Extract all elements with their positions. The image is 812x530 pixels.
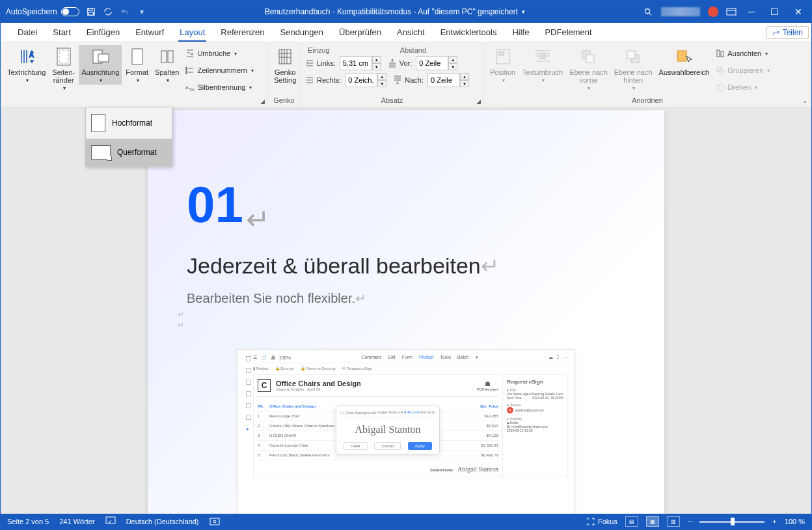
zoom-out-button[interactable]: − [688, 518, 692, 525]
undo-icon[interactable] [120, 7, 130, 17]
status-words[interactable]: 241 Wörter [59, 518, 94, 525]
qat-customize-icon[interactable]: ▾ [137, 7, 147, 17]
zoom-level[interactable]: 100 % [785, 518, 805, 525]
collapse-ribbon-icon[interactable]: ⌄ [802, 97, 807, 104]
group-genko: Genko [271, 96, 297, 105]
breaks-button[interactable]: Umbrüche▾ [185, 46, 253, 61]
tab-hilfe[interactable]: Hilfe [504, 23, 537, 42]
autosave-toggle[interactable]: AutoSpeichern [6, 7, 79, 16]
svg-rect-30 [106, 517, 115, 523]
spacing-before[interactable]: Vor: [388, 55, 413, 71]
orientation-button[interactable]: Ausrichtung ▾ [79, 45, 122, 85]
portrait-label: Hochformat [112, 119, 152, 128]
search-icon[interactable] [643, 7, 653, 17]
tab-entwurf[interactable]: Entwurf [128, 23, 172, 42]
tab-referenzen[interactable]: Referenzen [213, 23, 272, 42]
chevron-down-icon: ▾ [167, 77, 169, 83]
margins-button[interactable]: Seiten- ränder ▾ [49, 45, 77, 92]
bring-forward-button: Ebene nach vorne▾ [567, 45, 610, 92]
wrap-icon [532, 46, 553, 67]
notification-badge[interactable] [708, 7, 718, 17]
columns-button[interactable]: Spalten ▾ [152, 45, 182, 85]
share-label: Teilen [783, 28, 803, 37]
focus-button[interactable]: Fokus [586, 517, 617, 526]
read-mode-button[interactable]: ▤ [625, 516, 638, 527]
chevron-down-icon: ▾ [137, 77, 139, 83]
group-icon [716, 66, 725, 75]
chevron-down-icon[interactable]: ▾ [522, 8, 525, 15]
print-layout-button[interactable]: ▦ [646, 516, 659, 527]
close-button[interactable]: ✕ [791, 7, 806, 17]
svg-rect-31 [210, 518, 219, 525]
text-direction-button[interactable]: A Textrichtung ▾ [5, 45, 48, 85]
svg-rect-10 [132, 49, 142, 64]
orientation-portrait[interactable]: Hochformat [86, 107, 172, 139]
share-button[interactable]: Teilen [766, 26, 809, 39]
web-layout-button[interactable]: ▥ [667, 516, 680, 527]
tab-start[interactable]: Start [45, 23, 78, 42]
chevron-down-icon: ▾ [100, 77, 102, 83]
indent-left[interactable]: Links: [305, 55, 336, 71]
status-page[interactable]: Seite 2 von 5 [7, 518, 49, 525]
macro-icon[interactable] [210, 516, 220, 527]
svg-rect-20 [540, 53, 545, 59]
tab-ansicht[interactable]: Ansicht [389, 23, 433, 42]
tab-pdfelement[interactable]: PDFelement [537, 23, 599, 42]
orientation-landscape[interactable]: Querformat [86, 139, 172, 166]
document-page[interactable]: 01 ↵ Jederzeit & überall bearbeiten↵ Bea… [148, 110, 664, 514]
spacing-after-input[interactable]: ▲▼ [427, 73, 469, 87]
tab-einfuegen[interactable]: Einfügen [79, 23, 128, 42]
tab-datei[interactable]: Datei [10, 23, 45, 42]
embedded-image[interactable]: ● ☰📄🖶100% Comment Edit Form Protect Tool… [237, 349, 575, 514]
spellcheck-icon[interactable] [105, 516, 116, 527]
orientation-label: Ausrichtung [81, 68, 119, 76]
genko-button[interactable]: Genko Setting [271, 45, 299, 85]
spacing-after[interactable]: Nach: [393, 72, 424, 88]
tab-sendungen[interactable]: Sendungen [273, 23, 332, 42]
status-language[interactable]: Deutsch (Deutschland) [126, 518, 199, 525]
svg-rect-28 [717, 67, 721, 71]
embedded-toolbar: ▮ Redact 🔒 Encrypt 🔓 Remove Security ✉ R… [253, 366, 568, 370]
minimize-button[interactable]: ─ [744, 7, 759, 17]
svg-rect-24 [627, 51, 635, 59]
svg-rect-1 [88, 8, 92, 11]
genko-icon [275, 46, 295, 67]
svg-point-32 [213, 520, 216, 523]
tab-ueberpruefen[interactable]: Überprüfen [331, 23, 389, 42]
margins-icon [53, 46, 74, 67]
indent-right-icon [305, 76, 314, 85]
page-setup-launcher[interactable]: ◢ [260, 98, 265, 105]
embedded-title: Office Chairs and Design [276, 380, 361, 387]
indent-left-input[interactable]: ▲▼ [340, 56, 381, 70]
paragraph-launcher[interactable]: ◢ [476, 98, 481, 105]
user-name[interactable] [661, 7, 700, 16]
indent-header: Einzug [308, 46, 330, 54]
zoom-in-button[interactable]: + [772, 518, 776, 525]
zoom-slider[interactable] [699, 521, 765, 523]
svg-rect-19 [498, 51, 504, 55]
hyphenation-button[interactable]: a-bcSilbentrennung▾ [185, 79, 253, 95]
size-label: Format [126, 68, 148, 76]
line-numbers-button[interactable]: 12Zeilennummern▾ [185, 63, 253, 78]
text-direction-label: Textrichtung [7, 68, 46, 76]
ribbon-display-icon[interactable] [726, 7, 737, 17]
tab-entwicklertools[interactable]: Entwicklertools [433, 23, 505, 42]
document-area[interactable]: 01 ↵ Jederzeit & überall bearbeiten↵ Bea… [1, 107, 811, 514]
spacing-after-icon [393, 76, 402, 85]
spacing-before-icon [388, 59, 397, 68]
tab-layout[interactable]: Layout [172, 23, 213, 42]
toggle-off-icon[interactable] [61, 7, 79, 16]
maximize-button[interactable]: ☐ [766, 7, 783, 17]
save-icon[interactable] [86, 7, 96, 17]
indent-right-input[interactable]: ▲▼ [345, 73, 386, 87]
svg-rect-2 [88, 12, 93, 15]
sync-icon[interactable] [103, 7, 113, 17]
indent-right[interactable]: Rechts: [305, 72, 341, 88]
spacing-before-input[interactable]: ▲▼ [416, 56, 457, 70]
selection-pane-button[interactable]: Auswahlbereich [656, 45, 712, 77]
breaks-icon [185, 49, 195, 58]
align-button[interactable]: Ausrichten▾ [716, 46, 770, 61]
genko-label: Genko Setting [274, 68, 296, 84]
ribbon: A Textrichtung ▾ Seiten- ränder ▾ Ausric… [1, 42, 811, 107]
size-button[interactable]: Format ▾ [123, 45, 151, 85]
